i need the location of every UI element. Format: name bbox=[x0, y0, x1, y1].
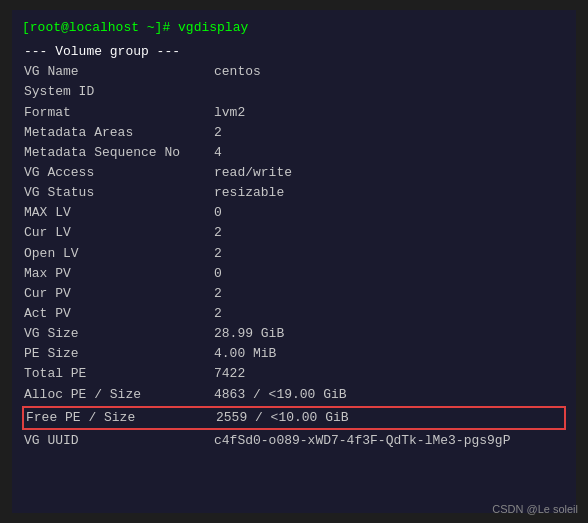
table-row: Metadata Sequence No4 bbox=[22, 143, 566, 163]
row-value: 2 bbox=[214, 123, 222, 143]
row-value: 28.99 GiB bbox=[214, 324, 284, 344]
watermark: CSDN @Le soleil bbox=[492, 503, 578, 515]
terminal-window: [root@localhost ~]# vgdisplay --- Volume… bbox=[12, 10, 576, 513]
row-label: VG Size bbox=[24, 324, 214, 344]
row-value: 4.00 MiB bbox=[214, 344, 276, 364]
table-row: Cur LV2 bbox=[22, 223, 566, 243]
row-value: read/write bbox=[214, 163, 292, 183]
row-value: lvm2 bbox=[214, 103, 245, 123]
row-label: Cur PV bbox=[24, 284, 214, 304]
row-label: Max PV bbox=[24, 264, 214, 284]
table-row: Metadata Areas2 bbox=[22, 123, 566, 143]
uuid-label: VG UUID bbox=[24, 431, 214, 451]
uuid-value: c4fSd0-o089-xWD7-4f3F-QdTk-lMe3-pgs9gP bbox=[214, 431, 510, 451]
table-row: Cur PV2 bbox=[22, 284, 566, 304]
row-label: Alloc PE / Size bbox=[24, 385, 214, 405]
row-label: Format bbox=[24, 103, 214, 123]
table-row: VG Statusresizable bbox=[22, 183, 566, 203]
row-value: 2 bbox=[214, 244, 222, 264]
table-row: Formatlvm2 bbox=[22, 103, 566, 123]
row-label: Cur LV bbox=[24, 223, 214, 243]
row-label: System ID bbox=[24, 82, 214, 102]
row-label: VG Status bbox=[24, 183, 214, 203]
row-label: Metadata Sequence No bbox=[24, 143, 214, 163]
row-label: PE Size bbox=[24, 344, 214, 364]
row-value: 0 bbox=[214, 264, 222, 284]
free-pe-row-highlighted: Free PE / Size 2559 / <10.00 GiB bbox=[22, 406, 566, 430]
row-value: 2 bbox=[214, 284, 222, 304]
row-value: 2 bbox=[214, 223, 222, 243]
table-row: VG Namecentos bbox=[22, 62, 566, 82]
row-value: centos bbox=[214, 62, 261, 82]
rows-container: VG Namecentos System ID Formatlvm2 Metad… bbox=[22, 62, 566, 404]
row-label: VG Access bbox=[24, 163, 214, 183]
row-label: Metadata Areas bbox=[24, 123, 214, 143]
row-label: Open LV bbox=[24, 244, 214, 264]
uuid-row: VG UUID c4fSd0-o089-xWD7-4f3F-QdTk-lMe3-… bbox=[22, 431, 566, 451]
row-value: resizable bbox=[214, 183, 284, 203]
row-label: Act PV bbox=[24, 304, 214, 324]
table-row: Open LV2 bbox=[22, 244, 566, 264]
prompt-user: [root@localhost ~]# vgdisplay bbox=[22, 20, 248, 35]
table-row: Act PV2 bbox=[22, 304, 566, 324]
prompt-line: [root@localhost ~]# vgdisplay bbox=[22, 18, 566, 38]
row-value: 0 bbox=[214, 203, 222, 223]
row-value: 4 bbox=[214, 143, 222, 163]
table-row: Alloc PE / Size4863 / <19.00 GiB bbox=[22, 385, 566, 405]
row-label: Total PE bbox=[24, 364, 214, 384]
row-value: 7422 bbox=[214, 364, 245, 384]
table-row: Max PV0 bbox=[22, 264, 566, 284]
free-pe-value: 2559 / <10.00 GiB bbox=[216, 408, 349, 428]
free-pe-label: Free PE / Size bbox=[26, 408, 216, 428]
row-value: 4863 / <19.00 GiB bbox=[214, 385, 347, 405]
table-row: System ID bbox=[22, 82, 566, 102]
table-row: VG Size28.99 GiB bbox=[22, 324, 566, 344]
table-row: PE Size4.00 MiB bbox=[22, 344, 566, 364]
section-header: --- Volume group --- bbox=[22, 42, 566, 62]
table-row: MAX LV0 bbox=[22, 203, 566, 223]
row-label: MAX LV bbox=[24, 203, 214, 223]
row-value: 2 bbox=[214, 304, 222, 324]
table-row: Total PE7422 bbox=[22, 364, 566, 384]
table-row: VG Accessread/write bbox=[22, 163, 566, 183]
row-label: VG Name bbox=[24, 62, 214, 82]
